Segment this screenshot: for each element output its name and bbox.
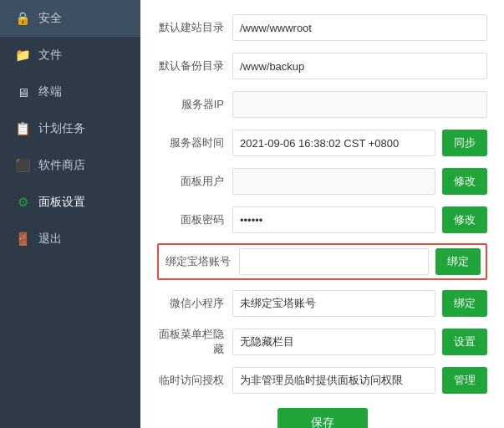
security-icon: 🔒 — [15, 11, 30, 26]
form-label-bind-account: 绑定宝塔账号 — [164, 254, 239, 269]
form-value-menu-hide: 无隐藏栏目 — [232, 329, 435, 355]
form-input-panel-user[interactable] — [232, 168, 435, 195]
form-label-panel-pwd: 面板密码 — [157, 212, 232, 227]
form-row-server-time: 服务器时间同步 — [157, 128, 487, 158]
sidebar-item-label-terminal: 终端 — [38, 84, 62, 99]
form-label-backup-dir: 默认备份目录 — [157, 59, 232, 74]
sidebar-item-software[interactable]: ⬛软件商店 — [0, 147, 140, 184]
sidebar-item-label-panel-settings: 面板设置 — [38, 195, 85, 210]
sidebar-item-terminal[interactable]: 🖥终端 — [0, 74, 140, 110]
form-area: 默认建站目录默认备份目录服务器IP服务器时间同步面板用户修改面板密码修改绑定宝塔… — [140, 0, 504, 428]
form-row-backup-dir: 默认备份目录 — [157, 51, 487, 81]
schedule-icon: 📋 — [15, 121, 30, 136]
form-input-backup-dir[interactable] — [232, 53, 487, 79]
sidebar-item-schedule[interactable]: 📋计划任务 — [0, 110, 140, 147]
file-icon: 📁 — [15, 48, 30, 63]
sidebar-item-label-software: 软件商店 — [38, 158, 85, 173]
form-btn-temp-access[interactable]: 管理 — [442, 367, 487, 394]
form-input-default-dir[interactable] — [232, 14, 487, 41]
form-value-temp-access: 为非管理员临时提供面板访问权限 — [232, 367, 435, 394]
form-row-menu-hide: 面板菜单栏隐藏无隐藏栏目设置 — [157, 327, 487, 357]
form-row-panel-pwd: 面板密码修改 — [157, 205, 487, 235]
form-btn-server-time[interactable]: 同步 — [442, 130, 487, 156]
content-panel: 默认建站目录默认备份目录服务器IP服务器时间同步面板用户修改面板密码修改绑定宝塔… — [140, 0, 504, 428]
form-label-default-dir: 默认建站目录 — [157, 20, 232, 35]
form-btn-panel-user[interactable]: 修改 — [442, 168, 487, 195]
sidebar-item-label-file: 文件 — [38, 48, 62, 63]
sidebar-item-logout[interactable]: 🚪退出 — [0, 221, 140, 257]
form-btn-menu-hide[interactable]: 设置 — [442, 329, 487, 355]
form-label-menu-hide: 面板菜单栏隐藏 — [157, 327, 232, 357]
form-row-wechat-mini: 微信小程序未绑定宝塔账号绑定 — [157, 288, 487, 318]
form-label-server-ip: 服务器IP — [157, 97, 232, 112]
form-row-panel-user: 面板用户修改 — [157, 166, 487, 196]
software-icon: ⬛ — [15, 158, 30, 173]
form-value-wechat-mini: 未绑定宝塔账号 — [232, 290, 435, 317]
form-label-panel-user: 面板用户 — [157, 174, 232, 189]
sidebar-item-label-security: 安全 — [38, 11, 62, 26]
sidebar: 🔒安全📁文件🖥终端📋计划任务⬛软件商店⚙面板设置🚪退出 — [0, 0, 140, 428]
form-label-temp-access: 临时访问授权 — [157, 373, 232, 388]
form-input-panel-pwd[interactable] — [232, 206, 435, 233]
save-button[interactable]: 保存 — [277, 408, 368, 428]
form-input-server-ip[interactable] — [232, 91, 487, 118]
form-row-temp-access: 临时访问授权为非管理员临时提供面板访问权限管理 — [157, 365, 487, 395]
form-btn-panel-pwd[interactable]: 修改 — [442, 206, 487, 233]
sidebar-item-security[interactable]: 🔒安全 — [0, 0, 140, 37]
form-input-bind-account[interactable] — [239, 248, 429, 275]
logout-icon: 🚪 — [15, 232, 30, 247]
form-row-server-ip: 服务器IP — [157, 89, 487, 120]
form-row-default-dir: 默认建站目录 — [157, 13, 487, 43]
sidebar-item-label-logout: 退出 — [38, 232, 62, 247]
form-label-wechat-mini: 微信小程序 — [157, 296, 232, 311]
panel-settings-icon: ⚙ — [15, 195, 30, 210]
form-btn-bind-account[interactable]: 绑定 — [435, 248, 481, 275]
sidebar-item-label-schedule: 计划任务 — [38, 121, 85, 136]
save-row: 保存 — [157, 408, 487, 428]
form-btn-wechat-mini[interactable]: 绑定 — [442, 290, 487, 317]
form-input-server-time[interactable] — [232, 130, 435, 156]
sidebar-item-file[interactable]: 📁文件 — [0, 37, 140, 74]
terminal-icon: 🖥 — [15, 84, 30, 99]
form-row-bind-account: 绑定宝塔账号绑定 — [157, 243, 487, 280]
main-content: 默认建站目录默认备份目录服务器IP服务器时间同步面板用户修改面板密码修改绑定宝塔… — [140, 0, 504, 428]
form-label-server-time: 服务器时间 — [157, 135, 232, 150]
sidebar-item-panel-settings[interactable]: ⚙面板设置 — [0, 184, 140, 221]
